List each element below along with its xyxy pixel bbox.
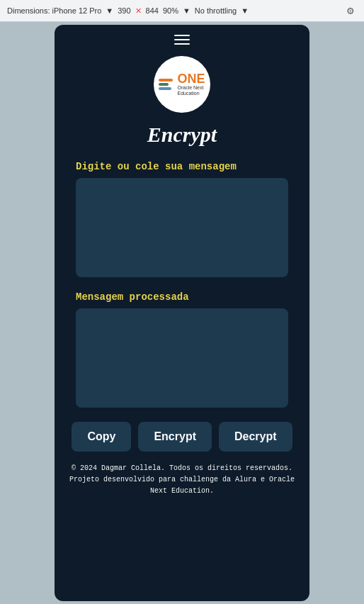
hamburger-menu-button[interactable] [174,35,190,45]
input-label: Digite ou cole sua mensagem [76,161,288,172]
browser-toolbar: Dimensions: iPhone 12 Pro ▼ 390 ✕ 844 90… [0,0,364,22]
hamburger-bar [55,25,309,50]
phone-frame: ONE Oracle Next Education Encrypt Digite… [55,25,309,601]
footer-line2: Projeto desenvolvido para challenge da A… [69,474,295,497]
dimensions-label: Dimensions: iPhone 12 Pro [7,6,101,15]
throttle-value[interactable]: No throttling [195,6,237,15]
browser-bar-right: ⚙ [344,4,357,17]
logo-bar-green [159,83,169,86]
footer: © 2024 Dagmar Collela. Todos os direitos… [55,463,309,508]
buttons-row: Copy Encrypt Decrypt [72,422,292,452]
height-value: 844 [146,6,159,15]
decrypt-button[interactable]: Decrypt [219,422,292,452]
logo-oracle-text: Oracle Next Education [177,85,205,97]
processed-message-output[interactable] [76,308,288,408]
encrypt-button[interactable]: Encrypt [138,422,212,452]
logo-one-text: ONE [177,72,205,85]
footer-line1: © 2024 Dagmar Collela. Todos os direitos… [69,463,295,474]
logo-bars [159,79,173,90]
logo-row: ONE Oracle Next Education [159,72,205,97]
page-title: Encrypt [147,123,217,147]
width-value: 390 [118,6,130,15]
logo-bar-orange [159,79,173,82]
dimensions-separator: ✕ [135,6,142,16]
throttle-icon[interactable]: ▼ [241,6,249,15]
hamburger-line-3 [174,43,190,45]
hamburger-line-2 [174,39,190,40]
zoom-icon[interactable]: ▼ [183,6,190,15]
logo-inner: ONE Oracle Next Education [156,69,207,100]
zoom-value[interactable]: 90% [163,6,178,15]
message-input[interactable] [76,178,288,277]
copy-button[interactable]: Copy [72,422,131,452]
settings-icon[interactable]: ⚙ [344,4,357,17]
dimensions-icon[interactable]: ▼ [106,6,113,15]
browser-bar-left: Dimensions: iPhone 12 Pro ▼ 390 ✕ 844 90… [7,6,249,16]
logo-container: ONE Oracle Next Education [154,56,210,113]
logo-text-block: ONE Oracle Next Education [177,72,205,97]
hamburger-line-1 [174,35,190,36]
output-label: Mensagem processada [76,291,288,303]
logo-bar-blue [159,87,171,90]
